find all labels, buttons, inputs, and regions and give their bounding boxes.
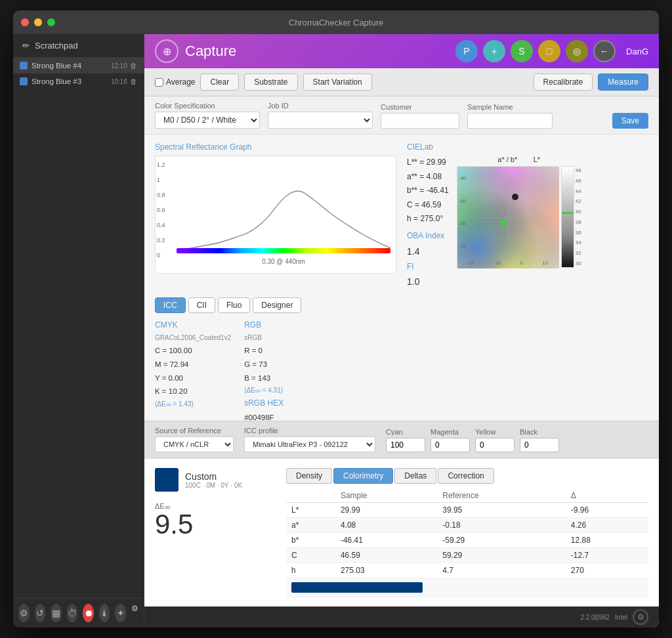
list-item[interactable]: Strong Blue #3 10:16 🗑 (13, 74, 144, 89)
back-icon[interactable]: ← (593, 40, 616, 62)
delete-icon[interactable]: 🗑 (130, 77, 137, 85)
tab-correction[interactable]: Correction (438, 468, 494, 484)
pencil-icon: ✏ (22, 41, 30, 51)
customer-group: Customer (381, 103, 459, 129)
sample-name-input[interactable]: Strong Blue #4 (467, 113, 553, 129)
fi-label: FI (407, 260, 449, 274)
row-sample-b: -46.41 (335, 533, 437, 548)
platform-text: Intel (615, 614, 627, 621)
record-icon-btn[interactable]: ⏺ (83, 604, 94, 622)
tab-deltas[interactable]: Deltas (394, 468, 436, 484)
average-checkbox-label[interactable]: Average (155, 77, 195, 87)
col-header-label (286, 489, 335, 503)
user-label: DanG (626, 47, 648, 56)
row-label-a: a* (286, 518, 335, 533)
y-axis-labels: 1.2 1 0.8 0.6 0.4 0.2 0 (157, 161, 165, 259)
measure-button[interactable]: Measure (598, 74, 648, 91)
customer-input[interactable] (381, 113, 459, 129)
delta-cmyk: (ΔE₀₀ = 1.43) (155, 398, 231, 410)
row-sample-L: 29.99 (335, 503, 437, 518)
delta-e-value: 9.5 (155, 511, 273, 538)
item-time: 12:10 (111, 62, 127, 70)
tab-fluo[interactable]: Fluo (218, 297, 250, 313)
y-value: Y = 0.00 (155, 372, 231, 385)
hex-value: #00498F (244, 411, 284, 421)
temp-icon-btn[interactable]: 🌡 (99, 604, 110, 622)
color-spec-label: Color Specification (155, 102, 260, 110)
job-id-select[interactable] (268, 112, 373, 129)
row-delta-C: -12.7 (566, 548, 648, 563)
row-delta-a: 4.26 (566, 518, 648, 533)
star-icon-btn[interactable]: ✦ (115, 604, 126, 622)
cmyk-profile: GRACoL2006_Coated1v2 (155, 332, 231, 344)
list-item[interactable]: Strong Blue #4 12:10 🗑 (13, 58, 144, 74)
black-input[interactable]: 0 (520, 438, 559, 452)
hex-label: sRGB HEX (244, 396, 284, 411)
timer-icon-btn[interactable]: ⏱ (67, 604, 78, 622)
clear-button[interactable]: Clear (200, 74, 239, 91)
job-id-group: Job ID (268, 102, 373, 129)
row-sample-C: 46.59 (335, 548, 437, 563)
calibrate-icon[interactable]: + (483, 40, 505, 62)
maximize-button[interactable] (47, 18, 55, 26)
table-row: b* -46.41 -59.29 12.88 (286, 533, 648, 548)
svg-rect-6 (457, 167, 559, 268)
average-label: Average (166, 77, 195, 87)
tab-icc[interactable]: ICC (155, 297, 186, 313)
grid-icon-btn[interactable]: ▦ (51, 604, 62, 622)
cielab-title: CIELab (407, 142, 648, 152)
cmyk-column: CMYK GRACoL2006_Coated1v2 C = 100.00 M =… (155, 318, 231, 421)
measurements-panel: Density Colorimetry Deltas Correction Sa… (286, 468, 648, 597)
minimize-button[interactable] (34, 18, 42, 26)
L-label: L* (407, 158, 414, 167)
ab-color-plot: -20-10010 -40-50-60-70 (457, 166, 558, 268)
substrate-button[interactable]: Substrate (244, 74, 297, 91)
save-button[interactable]: Save (612, 113, 648, 129)
tab-colorimetry[interactable]: Colorimetry (333, 468, 393, 484)
table-row: L* 29.99 39.95 -9.96 (286, 503, 648, 518)
recalibrate-button[interactable]: Recalibrate (534, 74, 593, 91)
tab-density[interactable]: Density (286, 468, 332, 484)
check-icon[interactable]: S (511, 40, 533, 62)
icc-select[interactable]: Mimaki UltraFlex P3 - 092122 (244, 436, 375, 452)
toolbar: Average Clear Substrate Start Variation … (144, 68, 659, 96)
color-spec-select[interactable]: M0 / D50 / 2° / White (155, 112, 260, 129)
color-bar (291, 582, 423, 593)
a-label: a* (407, 172, 414, 181)
sidebar-title: Scratchpad (35, 41, 78, 51)
average-checkbox[interactable] (155, 78, 163, 87)
measurements-tabs: Density Colorimetry Deltas Correction (286, 468, 648, 484)
target-icon[interactable]: ◎ (566, 40, 588, 62)
tab-designer[interactable]: Designer (253, 297, 301, 313)
wavelength-bar (177, 248, 390, 253)
tab-cii[interactable]: CII (188, 297, 215, 313)
start-variation-button[interactable]: Start Variation (303, 74, 372, 91)
L-value: 29.99 (427, 158, 446, 167)
source-select[interactable]: CMYK / nCLR (155, 436, 234, 452)
profile-icon[interactable]: P (455, 40, 478, 62)
gear-settings-icon-btn[interactable]: ⚙ (131, 604, 138, 622)
cyan-input[interactable]: 100 (386, 438, 425, 452)
settings-icon-btn[interactable]: ⚙ (18, 604, 30, 622)
ab-gamut-svg (457, 167, 559, 268)
bottom-section: Custom 100C · 0M · 0Y · 0K ΔE₀₀ 9.5 Dens… (144, 457, 659, 606)
delete-icon[interactable]: 🗑 (130, 62, 137, 70)
row-label-h: h (286, 563, 335, 578)
job-id-label: Job ID (268, 102, 373, 110)
settings-gear-icon[interactable]: ⚙ (633, 609, 648, 625)
oba-label: OBA Index (407, 229, 449, 244)
doc-icon[interactable]: □ (538, 40, 560, 62)
row-label-b: b* (286, 533, 335, 548)
source-group: Source of Reference CMYK / nCLR (155, 427, 234, 452)
sample-name-group: Sample Name Strong Blue #4 (467, 103, 553, 129)
close-button[interactable] (21, 18, 29, 26)
l-axis-labels: 48464442403836343230 (576, 166, 581, 268)
row-sample-h: 275.03 (335, 563, 437, 578)
magenta-input[interactable]: 0 (430, 438, 470, 452)
fi-value: 1.0 (407, 274, 449, 290)
yellow-input[interactable]: 0 (475, 438, 514, 452)
refresh-icon-btn[interactable]: ↺ (35, 604, 46, 622)
table-row: C 46.59 59.29 -12.7 (286, 548, 648, 563)
item-color-swatch (20, 77, 28, 85)
l-reference-marker (562, 212, 574, 214)
